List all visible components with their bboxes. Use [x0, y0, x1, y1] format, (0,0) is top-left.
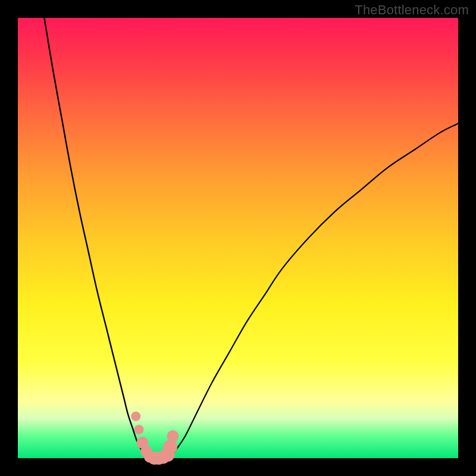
watermark-text: TheBottleneck.com: [355, 2, 469, 18]
plot-area: [18, 18, 458, 458]
marker-dot: [134, 425, 144, 434]
marker-cluster: [131, 412, 178, 465]
marker-dot: [131, 412, 140, 421]
marker-dot: [163, 440, 177, 455]
chart-frame: TheBottleneck.com: [0, 0, 476, 476]
curve-right-branch: [168, 124, 458, 458]
chart-svg: [18, 18, 458, 458]
marker-dot: [167, 430, 178, 442]
curve-left-branch: [44, 18, 150, 458]
